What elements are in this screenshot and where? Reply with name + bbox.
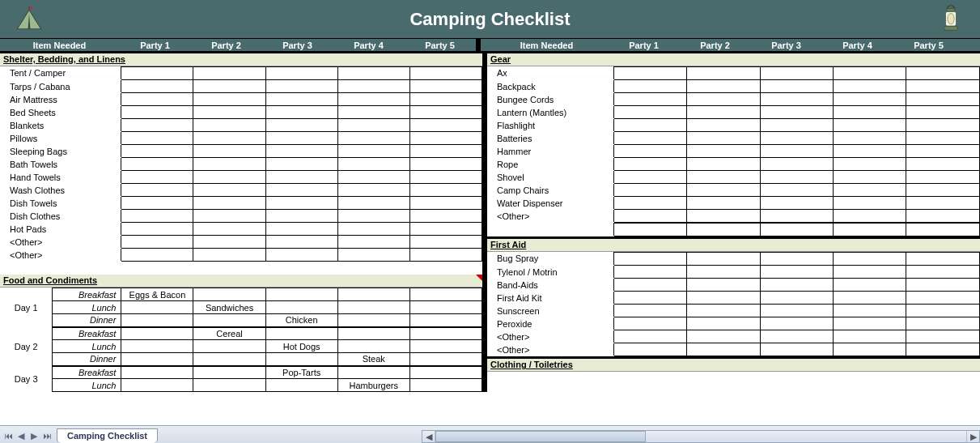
party-cell[interactable] [613, 93, 686, 106]
food-cell[interactable]: Sandwiches [193, 301, 265, 314]
food-cell[interactable]: Chicken [265, 314, 337, 327]
party-cell[interactable] [760, 184, 833, 197]
party-cell[interactable] [687, 330, 760, 343]
party-cell[interactable] [687, 210, 760, 223]
party-cell[interactable] [834, 279, 906, 292]
party-cell[interactable] [193, 184, 265, 197]
party-cell[interactable] [687, 279, 760, 292]
food-cell[interactable] [337, 340, 409, 353]
party-cell[interactable] [760, 67, 833, 80]
food-cell[interactable] [409, 379, 482, 392]
party-cell[interactable] [337, 184, 409, 197]
party-cell[interactable] [906, 145, 980, 158]
party-cell[interactable] [760, 343, 833, 356]
party-cell[interactable] [193, 210, 265, 223]
party-cell[interactable] [265, 197, 337, 210]
party-cell[interactable] [193, 197, 265, 210]
party-cell[interactable] [337, 132, 409, 145]
tab-nav-prev-icon[interactable]: ◀ [15, 430, 27, 441]
party-cell[interactable] [265, 171, 337, 184]
party-cell[interactable] [687, 106, 760, 119]
party-cell[interactable] [834, 330, 906, 343]
party-cell[interactable] [613, 132, 686, 145]
food-cell[interactable] [265, 353, 337, 366]
party-cell[interactable] [906, 171, 980, 184]
party-cell[interactable] [760, 145, 833, 158]
food-cell[interactable] [409, 340, 482, 353]
party-cell[interactable] [613, 158, 686, 171]
party-cell[interactable] [834, 343, 906, 356]
party-cell[interactable] [613, 184, 686, 197]
party-cell[interactable] [409, 223, 482, 236]
party-cell[interactable] [121, 119, 193, 132]
party-cell[interactable] [613, 145, 686, 158]
food-cell[interactable]: Cereal [193, 327, 265, 340]
party-cell[interactable] [834, 210, 906, 223]
party-cell[interactable] [265, 223, 337, 236]
party-cell[interactable] [121, 80, 193, 93]
food-cell[interactable] [265, 288, 337, 301]
party-cell[interactable] [193, 171, 265, 184]
party-cell[interactable] [193, 236, 265, 249]
horizontal-scrollbar[interactable]: ◀ ▶ [422, 430, 980, 443]
party-cell[interactable] [834, 292, 906, 305]
party-cell[interactable] [906, 80, 980, 93]
party-cell[interactable] [834, 266, 906, 279]
food-cell[interactable]: Hot Dogs [265, 340, 337, 353]
party-cell[interactable] [121, 145, 193, 158]
party-cell[interactable] [193, 158, 265, 171]
party-cell[interactable] [337, 119, 409, 132]
party-cell[interactable] [613, 266, 686, 279]
food-cell[interactable] [337, 314, 409, 327]
party-cell[interactable] [613, 317, 686, 330]
party-cell[interactable] [906, 197, 980, 210]
party-cell[interactable] [193, 67, 265, 80]
party-cell[interactable] [613, 292, 686, 305]
party-cell[interactable] [193, 249, 265, 262]
food-cell[interactable] [193, 314, 265, 327]
party-cell[interactable] [265, 80, 337, 93]
party-cell[interactable] [906, 279, 980, 292]
party-cell[interactable] [613, 171, 686, 184]
party-cell[interactable] [265, 158, 337, 171]
party-cell[interactable] [265, 210, 337, 223]
party-cell[interactable] [121, 236, 193, 249]
party-cell[interactable] [337, 93, 409, 106]
food-cell[interactable] [193, 340, 265, 353]
party-cell[interactable] [193, 80, 265, 93]
party-cell[interactable] [409, 158, 482, 171]
party-cell[interactable] [906, 210, 980, 223]
party-cell[interactable] [265, 67, 337, 80]
party-cell[interactable] [687, 132, 760, 145]
party-cell[interactable] [906, 305, 980, 317]
party-cell[interactable] [265, 106, 337, 119]
party-cell[interactable] [760, 106, 833, 119]
food-cell[interactable]: Pop-Tarts [265, 366, 337, 379]
food-cell[interactable] [193, 379, 265, 392]
party-cell[interactable] [687, 67, 760, 80]
party-cell[interactable] [687, 145, 760, 158]
party-cell[interactable] [121, 197, 193, 210]
scroll-right-icon[interactable]: ▶ [966, 431, 979, 442]
party-cell[interactable] [906, 330, 980, 343]
party-cell[interactable] [760, 210, 833, 223]
food-cell[interactable] [409, 301, 482, 314]
party-cell[interactable] [265, 145, 337, 158]
food-cell[interactable] [193, 353, 265, 366]
party-cell[interactable] [760, 305, 833, 317]
party-cell[interactable] [760, 279, 833, 292]
party-cell[interactable] [906, 106, 980, 119]
food-cell[interactable] [409, 314, 482, 327]
party-cell[interactable] [613, 119, 686, 132]
party-cell[interactable] [265, 119, 337, 132]
party-cell[interactable] [687, 305, 760, 317]
party-cell[interactable] [906, 253, 980, 266]
party-cell[interactable] [834, 93, 906, 106]
party-cell[interactable] [906, 266, 980, 279]
party-cell[interactable] [121, 249, 193, 262]
party-cell[interactable] [834, 253, 906, 266]
party-cell[interactable] [265, 236, 337, 249]
food-cell[interactable] [121, 353, 193, 366]
party-cell[interactable] [687, 317, 760, 330]
party-cell[interactable] [760, 266, 833, 279]
